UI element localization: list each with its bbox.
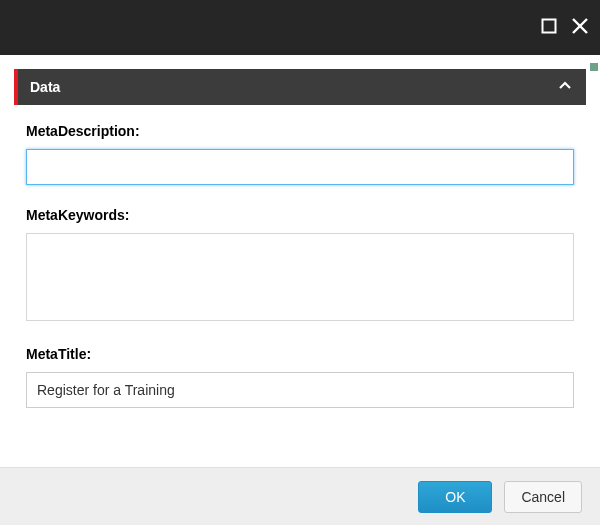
field-meta-keywords: MetaKeywords: <box>26 207 574 324</box>
meta-title-input[interactable] <box>26 372 574 408</box>
svg-rect-0 <box>543 20 556 33</box>
section-header-data[interactable]: Data <box>14 69 586 105</box>
close-icon[interactable] <box>570 16 590 39</box>
cancel-button[interactable]: Cancel <box>504 481 582 513</box>
chevron-up-icon[interactable] <box>558 79 572 96</box>
field-meta-title: MetaTitle: <box>26 346 574 408</box>
meta-description-input[interactable] <box>26 149 574 185</box>
meta-keywords-input[interactable] <box>26 233 574 321</box>
dialog-body: Data MetaDescription: MetaKeywords: Meta… <box>0 55 600 444</box>
field-meta-description: MetaDescription: <box>26 123 574 185</box>
meta-keywords-label: MetaKeywords: <box>26 207 574 223</box>
meta-description-label: MetaDescription: <box>26 123 574 139</box>
meta-title-label: MetaTitle: <box>26 346 574 362</box>
maximize-icon[interactable] <box>540 17 558 38</box>
ok-button[interactable]: OK <box>418 481 492 513</box>
section-title: Data <box>18 79 60 95</box>
activity-indicator-icon <box>590 63 598 71</box>
form-area: MetaDescription: MetaKeywords: MetaTitle… <box>14 105 586 408</box>
dialog-footer: OK Cancel <box>0 467 600 525</box>
title-bar <box>0 0 600 55</box>
dialog-window: Data MetaDescription: MetaKeywords: Meta… <box>0 0 600 525</box>
